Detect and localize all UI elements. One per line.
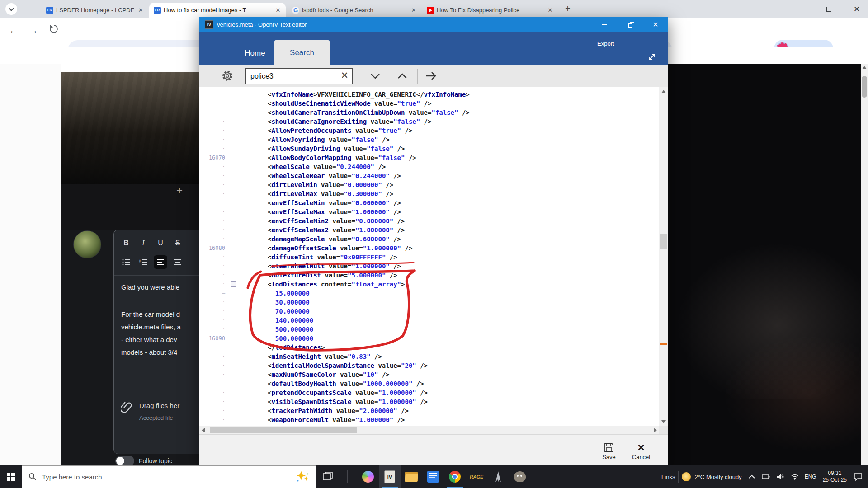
browser-tab-strip: FR LSPDFR Homepage - LCPDFR.co ✕ FR How …: [0, 0, 868, 18]
battery-icon[interactable]: [762, 474, 770, 480]
italic-button[interactable]: I: [137, 236, 150, 250]
cancel-button[interactable]: × Cancel: [627, 438, 656, 463]
bold-button[interactable]: B: [119, 236, 133, 250]
tab-close-icon[interactable]: ✕: [137, 6, 145, 14]
scrollbar-up-arrow[interactable]: [862, 66, 867, 69]
openiv-app-icon: IV: [205, 20, 213, 29]
browser-tab-2-active[interactable]: FR How to fix car model images - T ✕: [149, 3, 286, 18]
taskbar-rage-icon[interactable]: RAGE: [466, 465, 487, 488]
browser-tab-4[interactable]: How To Fix Disappearing Police ✕: [422, 3, 558, 18]
gimp-icon: [514, 471, 526, 482]
underline-button[interactable]: U: [154, 236, 167, 250]
openiv-close-button[interactable]: ✕: [649, 20, 662, 29]
cancel-x-icon: ×: [637, 441, 644, 454]
windows-logo-icon: [7, 473, 15, 481]
openiv-tab-home[interactable]: Home: [236, 41, 274, 65]
openiv-export-button[interactable]: Export: [597, 40, 614, 47]
reload-icon[interactable]: [49, 24, 59, 36]
go-arrow-icon[interactable]: [425, 70, 438, 81]
fold-collapse-box[interactable]: −: [231, 281, 236, 287]
post-paragraph[interactable]: Glad you were able: [121, 283, 179, 291]
openiv-restore-button[interactable]: [623, 21, 637, 30]
google-favicon: G: [292, 7, 299, 14]
scrollbar-thumb[interactable]: [210, 427, 357, 433]
post-paragraph[interactable]: For the car model d: [121, 310, 180, 318]
start-button[interactable]: [0, 465, 22, 488]
follow-topic-toggle[interactable]: [115, 456, 134, 466]
tab-close-icon[interactable]: ✕: [546, 6, 554, 14]
code-line: ·−<lodDistances content="float_array">: [199, 280, 659, 289]
scrollbar-thumb[interactable]: [862, 76, 867, 98]
scroll-down-arrow[interactable]: [661, 420, 666, 423]
browser-tab-1[interactable]: FR LSPDFR Homepage - LCPDFR.co ✕: [42, 3, 148, 18]
post-paragraph[interactable]: models - about 3/4: [121, 348, 177, 356]
back-icon[interactable]: ←: [9, 25, 18, 36]
add-attachment-button[interactable]: +: [176, 184, 183, 197]
clear-search-icon[interactable]: ✕: [340, 70, 349, 81]
openiv-vertical-scrollbar[interactable]: [659, 87, 668, 426]
taskbar-chrome-icon[interactable]: [444, 465, 466, 488]
align-left-button[interactable]: [154, 255, 167, 269]
copilot-icon: [362, 471, 374, 483]
expand-ribbon-icon[interactable]: [647, 52, 657, 62]
openiv-horizontal-scrollbar[interactable]: [199, 426, 659, 434]
find-next-chevron-down-icon[interactable]: [369, 71, 381, 80]
links-toolbar[interactable]: Links: [661, 474, 675, 480]
tray-chevron-up-icon[interactable]: [748, 474, 755, 479]
save-button[interactable]: Save: [594, 438, 623, 463]
openiv-minimize-button[interactable]: [597, 20, 611, 29]
taskbar-search-box[interactable]: Type here to search: [22, 465, 316, 488]
openiv-code-editor[interactable]: ·<vfxInfoName>VFXVEHICLEINFO_CAR_GENERIC…: [199, 87, 659, 426]
tab-close-icon[interactable]: ✕: [274, 6, 282, 14]
language-indicator[interactable]: ENG: [805, 474, 816, 480]
openiv-icon: IV: [384, 470, 395, 483]
strikethrough-button[interactable]: S: [171, 236, 184, 250]
tab-close-icon[interactable]: ✕: [410, 6, 418, 14]
notification-icon[interactable]: [854, 473, 863, 481]
code-lines: ·<vfxInfoName>VFXVEHICLEINFO_CAR_GENERIC…: [199, 90, 659, 424]
post-paragraph[interactable]: vehicle.meta files, a: [121, 323, 181, 331]
taskbar-document-app-icon[interactable]: [422, 465, 444, 488]
new-tab-button[interactable]: +: [565, 4, 571, 14]
drag-files-label[interactable]: Drag files her: [139, 402, 179, 409]
window-minimize-button[interactable]: [794, 5, 807, 14]
browser-tab-3[interactable]: G lspdfr lods - Google Search ✕: [288, 3, 421, 18]
post-paragraph[interactable]: - either what a dev: [121, 336, 177, 343]
page-scrollbar[interactable]: [861, 64, 868, 465]
taskbar-openiv-icon[interactable]: IV: [379, 465, 401, 488]
weather-widget[interactable]: 2°C Mostly cloudy: [682, 472, 741, 481]
clock[interactable]: 09:31 25-Oct-25: [823, 470, 847, 483]
tab-title: LSPDFR Homepage - LCPDFR.co: [56, 7, 134, 14]
taskbar-lspdfr-icon[interactable]: [487, 465, 509, 488]
taskbar-copilot-icon[interactable]: [357, 465, 379, 488]
window-close-button[interactable]: ✕: [850, 5, 863, 14]
user-avatar[interactable]: [73, 230, 101, 258]
network-icon[interactable]: [791, 474, 799, 480]
search-settings-gear-icon[interactable]: [221, 70, 234, 82]
scroll-right-arrow[interactable]: [654, 428, 657, 432]
scrollbar-thumb[interactable]: [660, 234, 667, 249]
code-line: 16080<damageOffsetScale value="1.000000"…: [199, 244, 659, 253]
taskbar-explorer-icon[interactable]: [401, 465, 422, 488]
code-line: ·<vfxInfoName>VFXVEHICLEINFO_CAR_GENERIC…: [199, 90, 659, 99]
restore-icon: [628, 23, 632, 28]
bullet-list-button[interactable]: [119, 255, 133, 269]
scroll-up-arrow[interactable]: [661, 90, 666, 93]
taskbar-gimp-icon[interactable]: [509, 465, 531, 488]
file-explorer-icon: [405, 472, 418, 482]
volume-icon[interactable]: [776, 473, 784, 480]
find-prev-chevron-up-icon[interactable]: [396, 71, 408, 80]
openiv-search-row: police3 ✕: [199, 65, 668, 87]
forward-icon[interactable]: →: [29, 25, 38, 36]
align-center-button[interactable]: [171, 255, 184, 269]
task-view-icon[interactable]: [322, 471, 334, 483]
openiv-tab-search-active[interactable]: Search: [274, 40, 330, 65]
restore-icon: [826, 7, 831, 12]
tab-search-button[interactable]: [5, 3, 17, 15]
window-restore-button[interactable]: [822, 5, 835, 14]
code-line: ·<AllowPretendOccupants value="true" />: [199, 126, 659, 135]
numbered-list-button[interactable]: 12: [137, 255, 150, 269]
code-line: ·<envEffScaleMax value="1.000000" />: [199, 207, 659, 216]
openiv-search-input[interactable]: police3 ✕: [245, 68, 353, 84]
scroll-left-arrow[interactable]: [202, 428, 205, 432]
